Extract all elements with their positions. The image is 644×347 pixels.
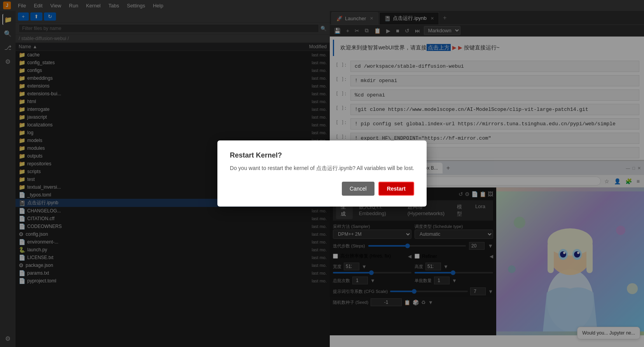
dialog-title: Restart Kernel?: [230, 151, 414, 159]
dialog-message: Do you want to restart the kernel of 点击运…: [230, 164, 414, 172]
cancel-button[interactable]: Cancel: [342, 182, 374, 196]
dialog-overlay: Restart Kernel? Do you want to restart t…: [0, 0, 644, 347]
restart-kernel-dialog: Restart Kernel? Do you want to restart t…: [217, 140, 427, 207]
restart-button[interactable]: Restart: [378, 182, 414, 196]
dialog-buttons: Cancel Restart: [230, 182, 414, 196]
